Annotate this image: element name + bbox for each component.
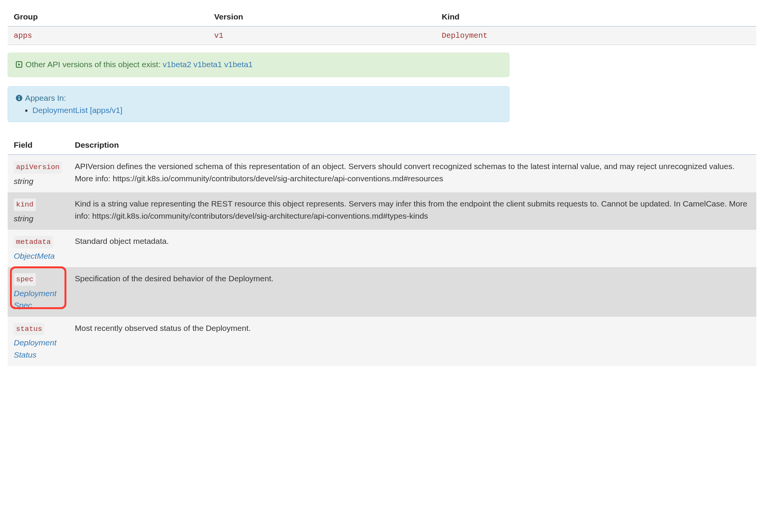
field-description: Standard object metadata. [69,230,756,267]
field-description: Kind is a string value representing the … [69,192,756,230]
fields-header-field: Field [8,136,69,155]
field-cell: metadataObjectMeta [8,230,69,267]
field-description: Specification of the desired behavior of… [69,267,756,317]
version-link[interactable]: v1beta1 [224,60,253,69]
table-row: metadataObjectMetaStandard object metada… [8,230,756,267]
field-type: string [14,175,63,187]
gvk-header-kind: Kind [436,8,756,26]
appears-in-alert: Appears In: DeploymentList [apps/v1] [8,86,509,122]
field-cell: statusDeployment Status [8,317,69,366]
field-name: apiVersion [14,161,62,174]
field-type-link[interactable]: Deployment Spec [14,287,63,311]
field-name: status [14,323,44,335]
appears-in-item[interactable]: DeploymentList [apps/v1] [32,106,122,114]
gvk-table: Group Version Kind apps v1 Deployment [8,8,756,45]
field-type: string [14,213,63,225]
play-square-icon [16,61,23,70]
gvk-value-version: v1 [208,26,435,45]
version-link[interactable]: v1beta2 [163,60,191,69]
field-cell: kindstring [8,192,69,230]
table-row: apiVersionstringAPIVersion defines the v… [8,155,756,192]
gvk-header-version: Version [208,8,435,26]
version-link[interactable]: v1beta1 [193,60,222,69]
gvk-value-group: apps [8,26,208,45]
gvk-value-kind: Deployment [436,26,756,45]
field-name: metadata [14,236,53,248]
field-cell: apiVersionstring [8,155,69,192]
field-cell: specDeployment Spec [8,267,69,317]
fields-table: Field Description apiVersionstringAPIVer… [8,136,756,366]
table-row: statusDeployment StatusMost recently obs… [8,317,756,366]
svg-point-2 [19,96,20,97]
field-name: spec [14,273,36,286]
field-name: kind [14,198,36,211]
field-description: Most recently observed status of the Dep… [69,317,756,366]
field-description: APIVersion defines the versioned schema … [69,155,756,192]
table-row: specDeployment SpecSpecification of the … [8,267,756,317]
other-versions-label: Other API versions of this object exist: [26,60,161,69]
fields-header-description: Description [69,136,756,155]
other-versions-alert: Other API versions of this object exist:… [8,53,509,77]
gvk-header-group: Group [8,8,208,26]
info-circle-icon [16,94,23,103]
field-type-link[interactable]: Deployment Status [14,337,63,361]
field-type-link[interactable]: ObjectMeta [14,250,63,262]
table-row: kindstringKind is a string value represe… [8,192,756,230]
svg-rect-3 [19,98,20,100]
appears-in-label: Appears In: [25,94,66,102]
